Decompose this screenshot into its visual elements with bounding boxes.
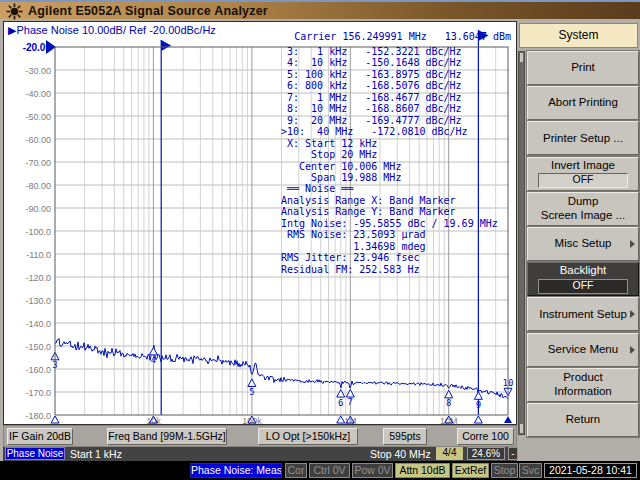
trace-ref: Ref -20.00dBc/Hz <box>129 24 216 36</box>
svg-text:8: 8 <box>446 398 451 408</box>
svg-text:5: 5 <box>249 387 254 397</box>
trace-scale: 10.00dB/ <box>82 24 126 36</box>
status-attn-10db: Attn 10dB <box>395 463 450 478</box>
softkey-label: Printer Setup ... <box>543 132 623 146</box>
softkey-invert-image[interactable]: Invert ImageOFF <box>527 157 639 191</box>
sweep-stop-label: Stop 40 MHz <box>370 448 431 460</box>
softkey-misc-setup[interactable]: Misc Setup <box>527 227 639 261</box>
status-phase-noise-meas: Phase Noise: Meas <box>190 463 282 478</box>
softkey-label: Service Menu <box>548 343 618 357</box>
softkey-service-menu[interactable]: Service Menu <box>527 333 639 367</box>
instrument-screen: Agilent E5052A Signal Source Analyzer -2… <box>0 0 640 480</box>
softkey-label: Abort Printing <box>548 96 618 110</box>
trace-label: Phase Noise <box>16 24 78 36</box>
status-bar: Phase Noise: MeasCorCtrl 0VPow 0VAttn 10… <box>0 461 640 480</box>
page-indicator[interactable]: 4/4 <box>436 447 463 460</box>
svg-text:-180.0: -180.0 <box>25 411 51 421</box>
status-cor: Cor <box>285 463 307 478</box>
softkey-abort-printing[interactable]: Abort Printing <box>527 86 639 120</box>
softkey-dump-screen-image[interactable]: DumpScreen Image ... <box>527 192 639 226</box>
svg-text:-100.0: -100.0 <box>25 227 51 237</box>
setting-button-freq-band-99m-1-5ghz[interactable]: Freq Band [99M-1.5GHz] <box>107 428 227 445</box>
softkey-label: Backlight <box>560 264 607 278</box>
softkey-state-value: OFF <box>538 173 628 188</box>
svg-text:7: 7 <box>348 397 353 407</box>
softkey-printer-setup[interactable]: Printer Setup ... <box>527 121 639 155</box>
softkey-label: Invert Image <box>551 159 615 173</box>
svg-text:-170.0: -170.0 <box>25 388 51 398</box>
carrier-readout: Carrier 156.249991 MHz 13.6047 dBm <box>294 31 511 42</box>
svg-text:-80.00: -80.00 <box>25 181 51 191</box>
trace-header[interactable]: ▶Phase Noise 10.00dB/ Ref -20.00dBc/Hz <box>8 24 216 37</box>
setting-button-corre-100[interactable]: Corre 100 <box>457 428 514 445</box>
submenu-arrow-icon <box>630 240 635 248</box>
softkey-label: Dump <box>568 195 599 209</box>
softkey-label: Misc Setup <box>555 237 612 251</box>
svg-text:-160.0: -160.0 <box>25 365 51 375</box>
progress-percent: 24.6% <box>467 447 505 460</box>
svg-text:-70.00: -70.00 <box>25 158 51 168</box>
submenu-arrow-icon <box>630 310 635 318</box>
svg-text:9: 9 <box>476 400 481 410</box>
svg-text:-30.00: -30.00 <box>25 66 51 76</box>
svg-text:-140.0: -140.0 <box>25 319 51 329</box>
sweep-start-label: Start 1 kHz <box>70 448 122 460</box>
status-extref: ExtRef <box>452 463 489 478</box>
svg-text:-50.00: -50.00 <box>25 112 51 122</box>
status-svc: Svc <box>519 463 542 478</box>
submenu-arrow-icon <box>630 346 635 354</box>
svg-text:-150.0: -150.0 <box>25 342 51 352</box>
sweep-status-bar: Phase Noise Start 1 kHz Stop 40 MHz 4/4 … <box>3 447 517 461</box>
softkey-print[interactable]: Print <box>527 51 639 85</box>
svg-text:-40.00: -40.00 <box>25 89 51 99</box>
svg-text:-130.0: -130.0 <box>25 296 51 306</box>
setting-button-if-gain-20db[interactable]: IF Gain 20dB <box>7 428 73 445</box>
title-bar: Agilent E5052A Signal Source Analyzer <box>0 0 640 19</box>
svg-text:6: 6 <box>338 398 343 408</box>
svg-text:-90.00: -90.00 <box>25 204 51 214</box>
svg-text:-110.0: -110.0 <box>26 250 51 260</box>
softkey-state-value: OFF <box>538 279 628 294</box>
status-pow-0v: Pow 0V <box>352 463 393 478</box>
measurement-settings-bar: IF Gain 20dBFreq Band [99M-1.5GHz]LO Opt… <box>3 425 517 447</box>
status-ctrl-0v: Ctrl 0V <box>309 463 350 478</box>
svg-text:-120.0: -120.0 <box>25 273 51 283</box>
softkey-menu: System PrintAbort PrintingPrinter Setup … <box>517 21 640 461</box>
softkey-label: Product <box>563 371 603 385</box>
softkey-label: Return <box>566 413 601 427</box>
softkey-scrollbar[interactable] <box>518 51 525 435</box>
trace-name-chip[interactable]: Phase Noise <box>5 447 65 460</box>
setting-button-lo-opt-150khz[interactable]: LO Opt [>150kHz] <box>258 428 358 445</box>
marker-readout-block: 3: 1 kHz -152.3221 dBc/Hz 4: 10 kHz -150… <box>281 46 498 275</box>
softkey-label: Instrument Setup <box>539 308 627 322</box>
setting-button-595pts[interactable]: 595pts <box>383 428 427 445</box>
softkey-product-information[interactable]: ProductInformation <box>527 368 639 402</box>
phase-noise-graph-panel: -20.00-30.00-40.00-50.00-60.00-70.00-80.… <box>3 21 517 425</box>
minimize-chip[interactable]: - <box>508 447 518 460</box>
softkey-scrollbar-top-nub[interactable] <box>520 53 523 62</box>
softkey-backlight[interactable]: BacklightOFF <box>527 262 639 296</box>
agilent-logo-icon <box>6 3 23 20</box>
softkey-menu-title: System <box>519 23 638 48</box>
softkey-instrument-setup[interactable]: Instrument Setup <box>527 297 639 331</box>
softkey-label: Print <box>571 61 595 75</box>
softkey-scrollbar-bottom-nub[interactable] <box>520 424 523 433</box>
softkey-label: Information <box>554 385 612 399</box>
status-stop: Stop <box>491 463 518 478</box>
softkey-label: Screen Image ... <box>541 209 625 223</box>
svg-text:4: 4 <box>151 355 156 365</box>
status-2021-05-28-10-41: 2021-05-28 10:41 <box>544 463 637 478</box>
softkey-return[interactable]: Return <box>527 403 639 437</box>
svg-text:-60.00: -60.00 <box>25 135 51 145</box>
window-title: Agilent E5052A Signal Source Analyzer <box>28 4 268 18</box>
